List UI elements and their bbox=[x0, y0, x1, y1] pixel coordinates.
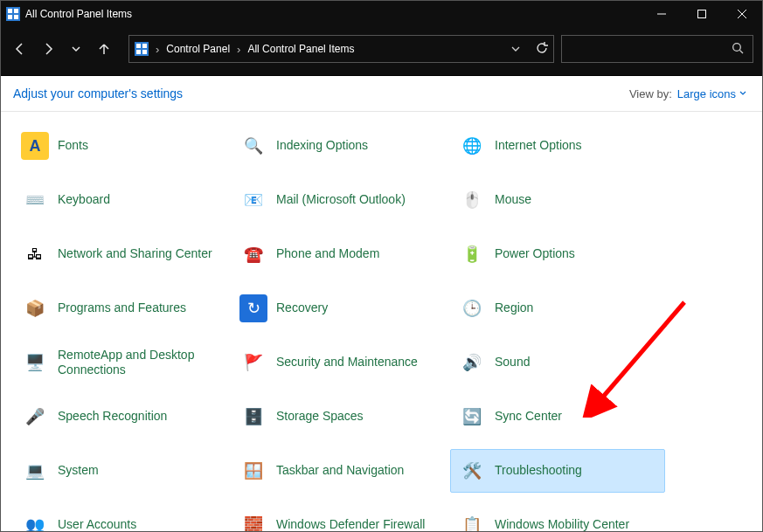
svg-rect-1 bbox=[8, 9, 12, 13]
control-panel-item-label: Indexing Options bbox=[276, 138, 368, 154]
viewby-dropdown[interactable]: Large icons bbox=[677, 87, 746, 100]
control-panel-item-label: Recovery bbox=[276, 301, 328, 316]
window-title: All Control Panel Items bbox=[25, 8, 642, 20]
items-scroll[interactable]: A Fonts 🔍 Indexing Options 🌐 Internet Op… bbox=[1, 112, 762, 531]
control-panel-item[interactable]: 🗄️ Storage Spaces bbox=[232, 395, 447, 439]
control-panel-item[interactable]: ⌨️ Keyboard bbox=[13, 178, 228, 222]
search-icon bbox=[732, 42, 744, 57]
navbar: › Control Panel › All Control Panel Item… bbox=[1, 27, 762, 71]
control-panel-item[interactable]: 💻 System bbox=[13, 449, 228, 493]
control-panel-item[interactable]: 🔊 Sound bbox=[450, 341, 665, 384]
close-button[interactable] bbox=[722, 1, 762, 27]
content-header: Adjust your computer's settings View by:… bbox=[1, 76, 762, 112]
mail-icon: 📧 bbox=[239, 186, 267, 214]
svg-line-15 bbox=[740, 50, 744, 53]
address-dropdown-button[interactable] bbox=[511, 43, 520, 56]
svg-rect-11 bbox=[142, 44, 147, 48]
indexing-icon: 🔍 bbox=[239, 132, 267, 160]
control-panel-item[interactable]: 🪟 Taskbar and Navigation bbox=[232, 449, 447, 493]
control-panel-item-label: Windows Defender Firewall bbox=[276, 517, 425, 531]
search-box[interactable] bbox=[561, 35, 753, 63]
up-button[interactable] bbox=[94, 38, 114, 59]
svg-rect-12 bbox=[136, 50, 141, 54]
control-panel-item-label: Storage Spaces bbox=[276, 409, 364, 425]
sound-icon: 🔊 bbox=[458, 349, 486, 377]
control-panel-window: All Control Panel Items bbox=[0, 0, 763, 532]
chevron-down-icon bbox=[739, 90, 746, 97]
svg-rect-6 bbox=[698, 10, 706, 18]
internet-icon: 🌐 bbox=[458, 132, 486, 160]
control-panel-item-label: RemoteApp and Desktop Connections bbox=[58, 348, 220, 378]
fonts-icon: A bbox=[21, 132, 49, 160]
viewby-value-text: Large icons bbox=[677, 87, 736, 100]
control-panel-item-label: Sound bbox=[495, 355, 530, 370]
refresh-button[interactable] bbox=[536, 42, 548, 57]
programs-icon: 📦 bbox=[21, 294, 49, 322]
control-panel-item-label: Troubleshooting bbox=[495, 463, 582, 479]
control-panel-item[interactable]: 👥 User Accounts bbox=[13, 503, 228, 531]
security-icon: 🚩 bbox=[239, 349, 267, 377]
control-panel-item[interactable]: 🖱️ Mouse bbox=[450, 178, 665, 222]
window-controls bbox=[642, 1, 762, 27]
control-panel-item-label: Region bbox=[495, 301, 533, 316]
control-panel-item[interactable]: 🧱 Windows Defender Firewall bbox=[232, 503, 447, 531]
address-bar[interactable]: › Control Panel › All Control Panel Item… bbox=[128, 35, 554, 63]
control-panel-item[interactable]: A Fonts bbox=[13, 124, 228, 168]
control-panel-item-label: Keyboard bbox=[58, 192, 110, 208]
remoteapp-icon: 🖥️ bbox=[21, 349, 49, 377]
control-panel-item[interactable]: 🛠️ Troubleshooting bbox=[450, 449, 665, 493]
keyboard-icon: ⌨️ bbox=[21, 186, 49, 214]
control-panel-item[interactable]: 🚩 Security and Maintenance bbox=[232, 341, 447, 384]
breadcrumb-item[interactable]: Control Panel bbox=[166, 43, 230, 55]
mobility-icon: 📋 bbox=[458, 511, 486, 531]
app-icon bbox=[6, 7, 20, 21]
control-panel-item[interactable]: ☎️ Phone and Modem bbox=[232, 232, 447, 276]
speech-icon: 🎤 bbox=[21, 403, 49, 431]
firewall-icon: 🧱 bbox=[239, 511, 267, 531]
network-icon: 🖧 bbox=[21, 240, 49, 268]
svg-rect-10 bbox=[136, 44, 141, 48]
svg-rect-3 bbox=[8, 15, 12, 19]
back-button[interactable] bbox=[10, 38, 31, 59]
control-panel-item[interactable]: 🖥️ RemoteApp and Desktop Connections bbox=[13, 341, 228, 384]
control-panel-item-label: Network and Sharing Center bbox=[58, 246, 212, 262]
control-panel-item-label: Fonts bbox=[58, 138, 88, 154]
control-panel-item[interactable]: 📋 Windows Mobility Center bbox=[450, 503, 665, 531]
troubleshoot-icon: 🛠️ bbox=[458, 457, 486, 485]
breadcrumb-separator[interactable]: › bbox=[156, 43, 159, 56]
control-panel-item[interactable]: 🔋 Power Options bbox=[450, 232, 665, 276]
control-panel-item-label: Mail (Microsoft Outlook) bbox=[276, 192, 406, 208]
control-panel-item[interactable]: 🕒 Region bbox=[450, 287, 665, 330]
svg-rect-4 bbox=[14, 15, 18, 19]
control-panel-item-label: User Accounts bbox=[58, 517, 136, 531]
sync-icon: 🔄 bbox=[458, 403, 486, 431]
control-panel-item-label: Speech Recognition bbox=[58, 409, 167, 425]
control-panel-item[interactable]: 🔄 Sync Center bbox=[450, 395, 665, 439]
items-grid: A Fonts 🔍 Indexing Options 🌐 Internet Op… bbox=[13, 124, 757, 531]
control-panel-item-label: Phone and Modem bbox=[276, 246, 379, 262]
svg-rect-13 bbox=[142, 50, 147, 54]
forward-button[interactable] bbox=[38, 38, 59, 59]
control-panel-item[interactable]: 📦 Programs and Features bbox=[13, 287, 228, 330]
control-panel-item[interactable]: 🌐 Internet Options bbox=[450, 124, 665, 168]
svg-point-14 bbox=[733, 43, 741, 51]
recent-locations-button[interactable] bbox=[66, 38, 87, 59]
control-panel-item-label: Internet Options bbox=[495, 138, 582, 154]
breadcrumb-item[interactable]: All Control Panel Items bbox=[247, 43, 354, 55]
control-panel-item[interactable]: ↻ Recovery bbox=[232, 287, 447, 330]
viewby-label: View by: bbox=[629, 87, 672, 100]
control-panel-item[interactable]: 🖧 Network and Sharing Center bbox=[13, 232, 228, 276]
control-panel-item-label: Sync Center bbox=[495, 409, 562, 425]
region-icon: 🕒 bbox=[458, 294, 486, 322]
control-panel-item[interactable]: 🎤 Speech Recognition bbox=[13, 395, 228, 439]
maximize-button[interactable] bbox=[682, 1, 722, 27]
control-panel-item[interactable]: 🔍 Indexing Options bbox=[232, 124, 447, 168]
control-panel-item-label: Windows Mobility Center bbox=[495, 517, 629, 531]
titlebar: All Control Panel Items bbox=[1, 1, 762, 27]
breadcrumb-separator[interactable]: › bbox=[237, 43, 240, 56]
control-panel-item-label: System bbox=[58, 463, 99, 479]
control-panel-item[interactable]: 📧 Mail (Microsoft Outlook) bbox=[232, 178, 447, 222]
minimize-button[interactable] bbox=[642, 1, 682, 27]
content-area: Adjust your computer's settings View by:… bbox=[1, 76, 762, 531]
system-icon: 💻 bbox=[21, 457, 49, 485]
